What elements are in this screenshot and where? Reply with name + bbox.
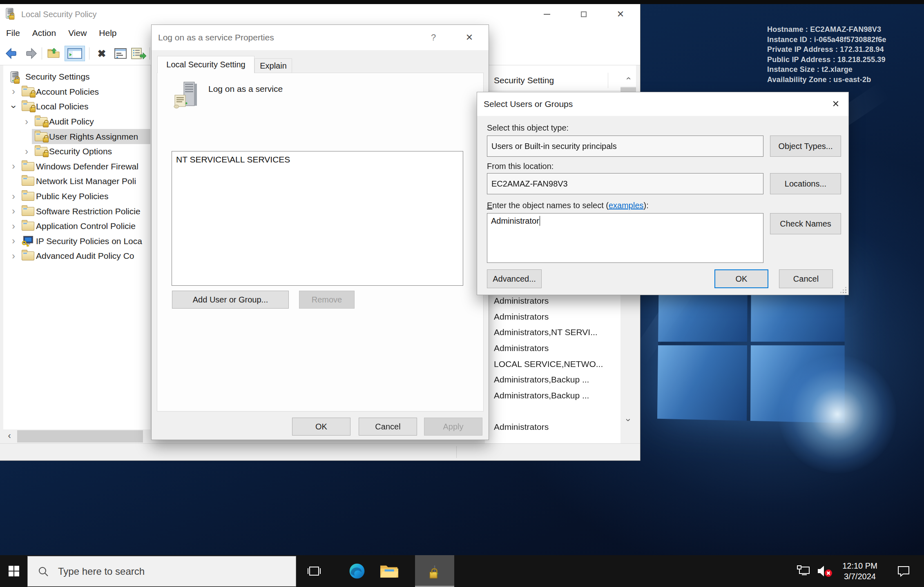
- list-row[interactable]: [485, 403, 620, 419]
- close-button[interactable]: ✕: [823, 92, 849, 116]
- ok-button[interactable]: OK: [292, 418, 350, 436]
- advanced-button[interactable]: Advanced...: [487, 269, 542, 288]
- up-one-level-button[interactable]: [46, 46, 63, 61]
- remove-button[interactable]: Remove: [299, 291, 355, 309]
- chevron-right-icon[interactable]: ›: [7, 86, 20, 97]
- column-header-security-setting[interactable]: Security Setting: [485, 70, 620, 91]
- tab-local-security-setting[interactable]: Local Security Setting: [157, 56, 254, 73]
- forward-button[interactable]: [22, 46, 39, 61]
- network-status-button[interactable]: [794, 555, 814, 587]
- maximize-icon: [581, 11, 587, 17]
- object-types-button[interactable]: Object Types...: [770, 136, 841, 157]
- action-center-button[interactable]: [891, 555, 916, 587]
- dialog-title-bar[interactable]: Select Users or Groups ✕: [477, 92, 848, 116]
- list-row[interactable]: Administrators: [485, 309, 620, 325]
- chevron-right-icon[interactable]: ›: [20, 146, 33, 157]
- location-field[interactable]: EC2AMAZ-FAN98V3: [487, 173, 763, 194]
- object-names-input[interactable]: Administrator: [487, 213, 763, 263]
- local-security-policy-taskbar-button[interactable]: [415, 555, 454, 587]
- tree-item-audit-policy[interactable]: › Audit Policy: [3, 114, 150, 129]
- scrollbar-thumb[interactable]: [17, 430, 143, 442]
- start-button[interactable]: [0, 555, 27, 587]
- apply-button[interactable]: Apply: [424, 418, 482, 436]
- tab-explain[interactable]: Explain: [254, 58, 292, 73]
- edge-browser-button[interactable]: [342, 555, 372, 587]
- button-label: Object Types...: [778, 142, 832, 151]
- tree-item-security-settings[interactable]: Security Settings: [3, 69, 150, 84]
- locations-button[interactable]: Locations...: [770, 173, 841, 194]
- chevron-right-icon[interactable]: ›: [7, 191, 20, 202]
- scroll-left-button[interactable]: ›: [3, 429, 16, 443]
- security-setting-value: Administrators: [494, 343, 549, 353]
- list-row[interactable]: Administrators,NT SERVI...: [485, 325, 620, 340]
- minimize-button[interactable]: [533, 4, 560, 24]
- properties-button[interactable]: [112, 46, 129, 61]
- member-item[interactable]: NT SERVICE\ALL SERVICES: [176, 155, 459, 165]
- list-row[interactable]: Administrators,Backup ...: [485, 388, 620, 404]
- back-button[interactable]: [3, 46, 20, 61]
- taskbar-clock[interactable]: 12:10 PM 3/7/2024: [836, 555, 884, 587]
- cancel-button[interactable]: Cancel: [359, 418, 417, 436]
- close-button[interactable]: ✕: [607, 4, 634, 24]
- tree-item-windows-defender-firewall[interactable]: › Windows Defender Firewal: [3, 159, 150, 174]
- security-setting-value: LOCAL SERVICE,NETWO...: [494, 359, 603, 369]
- object-type-field[interactable]: Users or Built-in security principals: [487, 136, 763, 157]
- tree-item-user-rights-assignment[interactable]: › User Rights Assignmen: [3, 129, 150, 144]
- help-button[interactable]: ?: [423, 25, 444, 50]
- tree-item-ip-security-policies[interactable]: › IP Security Policies on Loca: [3, 234, 150, 249]
- list-row[interactable]: Administrators: [485, 419, 620, 435]
- minimize-icon: [544, 14, 550, 15]
- scroll-left-icon: ›: [3, 429, 16, 443]
- label-text: ):: [644, 201, 649, 210]
- scroll-down-button[interactable]: ›: [620, 412, 636, 428]
- volume-muted-button[interactable]: [814, 555, 836, 587]
- file-explorer-button[interactable]: [374, 555, 404, 587]
- chevron-right-icon[interactable]: ›: [7, 236, 20, 247]
- chevron-right-icon[interactable]: ›: [7, 251, 20, 262]
- chevron-down-icon[interactable]: ›: [8, 100, 19, 113]
- close-button[interactable]: ✕: [456, 25, 483, 50]
- tree-item-software-restriction[interactable]: › Software Restriction Policie: [3, 204, 150, 219]
- menu-help[interactable]: Help: [93, 24, 123, 42]
- examples-link[interactable]: examples: [609, 201, 644, 210]
- object-type-label: Select this object type:: [487, 123, 569, 133]
- tree-item-advanced-audit-policy[interactable]: › Advanced Audit Policy Co: [3, 249, 150, 264]
- taskbar-search-input[interactable]: Type here to search: [27, 556, 296, 587]
- tree-item-account-policies[interactable]: › Account Policies: [3, 84, 150, 100]
- button-label: Advanced...: [493, 274, 536, 284]
- task-view-button[interactable]: [300, 555, 328, 587]
- scroll-up-button[interactable]: ›: [620, 70, 636, 87]
- delete-button[interactable]: ✖: [93, 46, 110, 61]
- chevron-right-icon[interactable]: ›: [20, 116, 33, 127]
- menu-file[interactable]: File: [0, 24, 26, 42]
- ok-button[interactable]: OK: [714, 269, 768, 288]
- properties-dialog: Log on as a service Properties ? ✕ Local…: [151, 24, 489, 440]
- menu-action[interactable]: Action: [26, 24, 62, 42]
- check-names-button[interactable]: Check Names: [770, 213, 841, 234]
- show-console-tree-button[interactable]: [65, 46, 85, 61]
- tree-item-local-policies[interactable]: › Local Policies: [3, 99, 150, 114]
- chevron-right-icon[interactable]: ›: [7, 161, 20, 172]
- list-row[interactable]: Administrators: [485, 293, 620, 309]
- cancel-button[interactable]: Cancel: [779, 269, 833, 288]
- tree-item-network-list-manager[interactable]: › Network List Manager Poli: [3, 174, 150, 189]
- list-row[interactable]: Administrators,Backup ...: [485, 372, 620, 388]
- toolbar-separator: [150, 47, 150, 60]
- list-row[interactable]: LOCAL SERVICE,NETWO...: [485, 356, 620, 372]
- dialog-title-bar[interactable]: Log on as a service Properties ? ✕: [152, 25, 489, 50]
- export-list-button[interactable]: [130, 46, 147, 61]
- tree-item-public-key-policies[interactable]: › Public Key Policies: [3, 189, 150, 204]
- tree-item-application-control[interactable]: › Application Control Policie: [3, 219, 150, 234]
- tree-item-security-options[interactable]: › Security Options: [3, 144, 150, 159]
- chevron-right-icon[interactable]: ›: [7, 221, 20, 232]
- members-list[interactable]: NT SERVICE\ALL SERVICES: [172, 151, 463, 286]
- tree-horizontal-scrollbar[interactable]: ›: [3, 429, 150, 443]
- close-icon: ✕: [617, 9, 624, 20]
- list-row[interactable]: Administrators: [485, 340, 620, 356]
- menu-view[interactable]: View: [62, 24, 93, 42]
- add-user-or-group-button[interactable]: Add User or Group...: [172, 291, 289, 309]
- window-title-bar[interactable]: Local Security Policy ✕: [0, 4, 640, 24]
- chevron-right-icon[interactable]: ›: [7, 206, 20, 217]
- maximize-button[interactable]: [570, 4, 597, 24]
- resize-grip[interactable]: [845, 292, 846, 293]
